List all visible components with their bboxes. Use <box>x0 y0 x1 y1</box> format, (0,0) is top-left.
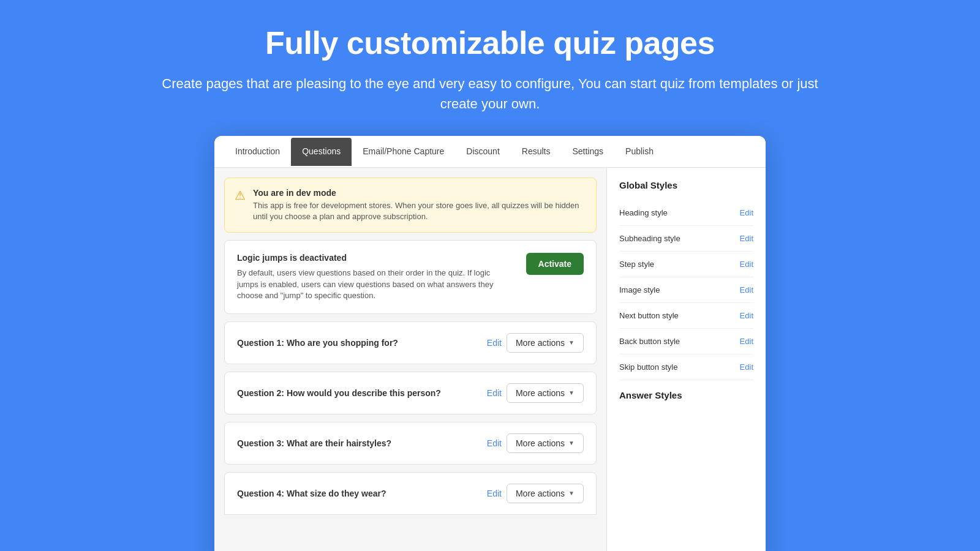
hero-title: Fully customizable quiz pages <box>265 24 715 61</box>
next-button-style-edit[interactable]: Edit <box>740 311 753 320</box>
chevron-down-icon: ▼ <box>568 490 575 497</box>
next-button-style-label: Next button style <box>619 311 679 320</box>
alert-title: You are in dev mode <box>253 188 586 198</box>
question-card-2: Question 2: How would you describe this … <box>224 372 597 414</box>
tab-discount[interactable]: Discount <box>455 138 510 166</box>
answer-styles-title: Answer Styles <box>619 390 753 400</box>
chevron-down-icon: ▼ <box>568 339 575 346</box>
question-4-edit[interactable]: Edit <box>487 489 502 498</box>
skip-button-style-row: Skip button style Edit <box>619 354 753 380</box>
question-4-actions: Edit More actions ▼ <box>487 484 584 503</box>
back-button-style-label: Back button style <box>619 337 680 346</box>
question-3-more-actions[interactable]: More actions ▼ <box>507 433 584 453</box>
left-panel: ⚠ You are in dev mode This app is free f… <box>214 168 606 551</box>
image-style-label: Image style <box>619 285 660 294</box>
dev-mode-alert: ⚠ You are in dev mode This app is free f… <box>224 178 597 233</box>
question-4-more-actions[interactable]: More actions ▼ <box>507 484 584 503</box>
tab-questions[interactable]: Questions <box>291 138 352 166</box>
step-style-edit[interactable]: Edit <box>740 260 753 269</box>
question-card-4: Question 4: What size do they wear? Edit… <box>224 472 597 515</box>
question-card-1: Question 1: Who are you shopping for? Ed… <box>224 321 597 364</box>
tab-settings[interactable]: Settings <box>561 138 614 166</box>
step-style-label: Step style <box>619 260 654 269</box>
question-1-label: Question 1: Who are you shopping for? <box>237 338 398 348</box>
logic-title: Logic jumps is deactivated <box>237 253 500 263</box>
heading-style-edit[interactable]: Edit <box>740 208 753 217</box>
question-2-edit[interactable]: Edit <box>487 388 502 398</box>
subheading-style-row: Subheading style Edit <box>619 226 753 252</box>
app-window: Introduction Questions Email/Phone Captu… <box>214 136 766 551</box>
step-style-row: Step style Edit <box>619 252 753 277</box>
question-2-actions: Edit More actions ▼ <box>487 383 584 403</box>
subheading-style-label: Subheading style <box>619 234 680 243</box>
chevron-down-icon: ▼ <box>568 440 575 446</box>
warning-icon: ⚠ <box>235 188 246 203</box>
chevron-down-icon: ▼ <box>568 389 575 396</box>
logic-jumps-card: Logic jumps is deactivated By default, u… <box>224 240 597 314</box>
skip-button-style-edit[interactable]: Edit <box>740 362 753 372</box>
tab-results[interactable]: Results <box>511 138 562 166</box>
tab-publish[interactable]: Publish <box>614 138 665 166</box>
heading-style-label: Heading style <box>619 208 668 217</box>
question-2-label: Question 2: How would you describe this … <box>237 388 441 398</box>
question-3-edit[interactable]: Edit <box>487 438 502 448</box>
back-button-style-row: Back button style Edit <box>619 329 753 354</box>
activate-button[interactable]: Activate <box>526 253 584 275</box>
image-style-row: Image style Edit <box>619 277 753 303</box>
question-3-actions: Edit More actions ▼ <box>487 433 584 453</box>
next-button-style-row: Next button style Edit <box>619 303 753 329</box>
skip-button-style-label: Skip button style <box>619 362 677 372</box>
hero-subtitle: Create pages that are pleasing to the ey… <box>153 73 827 114</box>
question-1-actions: Edit More actions ▼ <box>487 333 584 353</box>
question-4-label: Question 4: What size do they wear? <box>237 489 386 498</box>
main-content: ⚠ You are in dev mode This app is free f… <box>214 168 766 551</box>
heading-style-row: Heading style Edit <box>619 200 753 226</box>
tab-email-phone[interactable]: Email/Phone Capture <box>352 138 455 166</box>
image-style-edit[interactable]: Edit <box>740 285 753 294</box>
logic-body: By default, users view questions based o… <box>237 268 500 301</box>
question-1-edit[interactable]: Edit <box>487 338 502 348</box>
tab-introduction[interactable]: Introduction <box>224 138 291 166</box>
question-3-label: Question 3: What are their hairstyles? <box>237 438 391 448</box>
tabs-bar: Introduction Questions Email/Phone Captu… <box>214 136 766 168</box>
global-styles-title: Global Styles <box>619 180 753 190</box>
alert-body: This app is free for development stores.… <box>253 200 586 222</box>
question-card-3: Question 3: What are their hairstyles? E… <box>224 422 597 465</box>
question-2-more-actions[interactable]: More actions ▼ <box>507 383 584 403</box>
subheading-style-edit[interactable]: Edit <box>740 234 753 243</box>
back-button-style-edit[interactable]: Edit <box>740 337 753 346</box>
right-panel: Global Styles Heading style Edit Subhead… <box>606 168 766 551</box>
question-1-more-actions[interactable]: More actions ▼ <box>507 333 584 353</box>
